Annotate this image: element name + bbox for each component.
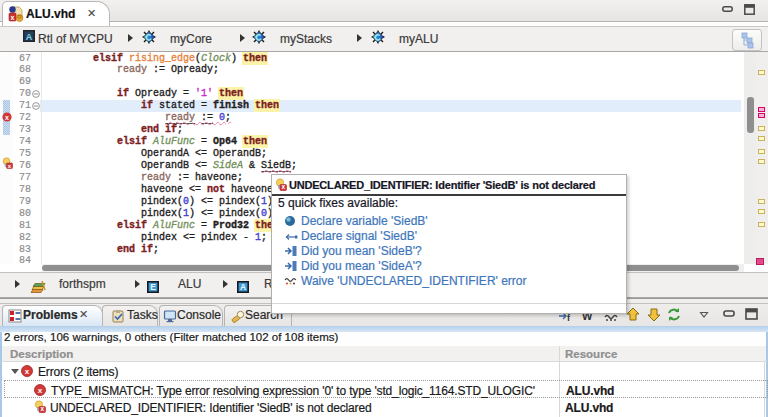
- svg-text:E: E: [150, 282, 156, 292]
- svg-text:x: x: [38, 386, 43, 395]
- svg-text:x: x: [5, 114, 9, 121]
- svg-text:x: x: [11, 14, 15, 21]
- svg-text:x: x: [281, 183, 285, 190]
- svg-text:x: x: [40, 405, 44, 412]
- svg-text:A: A: [240, 282, 246, 292]
- svg-text:f: f: [567, 313, 571, 323]
- svg-text:A: A: [26, 32, 33, 42]
- svg-text:x: x: [25, 367, 30, 376]
